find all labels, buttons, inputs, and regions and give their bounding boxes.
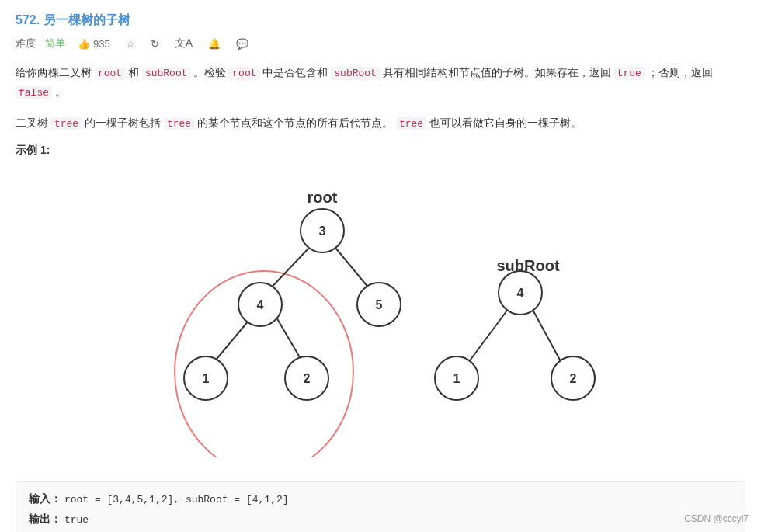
comment-button[interactable]: 💬 [233, 37, 252, 51]
code-tree3: tree [396, 117, 426, 130]
comment-icon: 💬 [236, 38, 248, 50]
edge-4-1 [214, 316, 252, 363]
translate-button[interactable]: 文A [172, 35, 196, 52]
footer-brand: CSDN @cccyi7 [684, 513, 749, 524]
example-title: 示例 1: [16, 144, 745, 158]
sub-edge-4-2 [532, 308, 561, 363]
output-label: 输出： [29, 513, 61, 525]
input-label: 输入： [29, 492, 61, 505]
code-root2: root [229, 67, 259, 80]
node-1-left-text: 1 [203, 372, 210, 385]
code-false: false [16, 86, 52, 99]
input-value: root = [3,4,5,1,2], subRoot = [4,1,2] [64, 494, 289, 506]
node-4-text: 4 [257, 298, 264, 311]
page-container: 572. 另一棵树的子树 难度 简单 👍 935 ☆ ↻ 文A 🔔 💬 给你两棵… [0, 0, 761, 532]
output-value: true [64, 514, 89, 526]
problem-title[interactable]: 572. 另一棵树的子树 [16, 12, 745, 29]
refresh-button[interactable]: ↻ [148, 37, 162, 51]
node-2-right-text: 2 [304, 372, 311, 385]
io-section: 输入： root = [3,4,5,1,2], subRoot = [4,1,2… [16, 481, 745, 532]
code-subroot: subRoot [142, 67, 191, 80]
subroot-label: subRoot [496, 257, 559, 274]
tree-diagram-svg: root 3 4 5 1 2 [140, 178, 621, 457]
edge-4-2 [276, 316, 303, 363]
sub-node-1-text: 1 [453, 372, 460, 385]
sub-edge-4-1 [468, 308, 509, 363]
code-subroot2: subRoot [331, 67, 380, 80]
difficulty-bar: 难度 简单 👍 935 ☆ ↻ 文A 🔔 💬 [16, 35, 745, 52]
code-true: true [614, 67, 645, 80]
like-count: 935 [93, 38, 110, 50]
root-label: root [308, 189, 338, 206]
like-button[interactable]: 👍 935 [75, 37, 113, 51]
code-tree2: tree [164, 117, 194, 130]
output-line: 输出： true [29, 509, 732, 529]
bell-button[interactable]: 🔔 [205, 37, 224, 51]
input-line: 输入： root = [3,4,5,1,2], subRoot = [4,1,2… [29, 489, 732, 509]
diagram-area: root 3 4 5 1 2 [16, 170, 745, 465]
sub-node-2-text: 2 [570, 372, 577, 385]
star-icon: ☆ [126, 38, 135, 50]
description-line1: 给你两棵二叉树 root 和 subRoot 。检验 root 中是否包含和 s… [16, 63, 745, 103]
code-root: root [95, 67, 125, 80]
bell-icon: 🔔 [208, 38, 221, 50]
node-3-text: 3 [319, 224, 326, 238]
description-line2: 二叉树 tree 的一棵子树包括 tree 的某个节点和这个节点的所有后代节点。… [16, 113, 745, 133]
thumb-up-icon: 👍 [78, 38, 90, 50]
refresh-icon: ↻ [151, 38, 159, 50]
difficulty-label: 难度 [16, 37, 36, 50]
code-tree: tree [51, 117, 82, 130]
difficulty-value: 简单 [45, 37, 65, 50]
star-button[interactable]: ☆ [123, 37, 138, 51]
node-5-text: 5 [376, 298, 383, 311]
translate-icon: 文A [175, 37, 193, 50]
sub-node-4-text: 4 [517, 287, 524, 300]
